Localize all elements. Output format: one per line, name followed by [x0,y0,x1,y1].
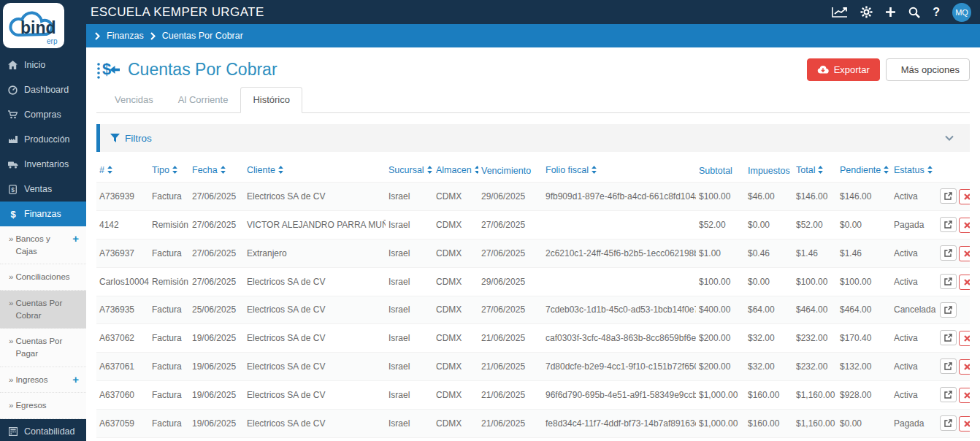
tab-vencidas[interactable]: Vencidas [102,87,166,113]
cancel-document-button[interactable] [959,416,970,432]
sidebar-subitem-bancos-y-cajas[interactable]: »Bancos y Cajas+ [0,226,86,264]
sidebar-item-finanzas[interactable]: $Finanzas [0,202,86,226]
sort-icon[interactable] [927,166,933,176]
svg-text:$: $ [11,185,15,193]
filters-panel-toggle[interactable]: Filtros [96,124,970,152]
cancel-document-button[interactable] [959,331,970,346]
cell-almacen: CDMX [433,324,478,353]
breadcrumb-cuentas-por-cobrar[interactable]: Cuentas Por Cobrar [162,31,243,41]
sidebar-subitem-egresos[interactable]: »Egresos [0,393,86,419]
bind-erp-logo[interactable]: bind erp [3,3,64,48]
open-document-button[interactable] [940,415,957,431]
column-header-total[interactable]: Total [793,159,837,183]
sidebar-item-dashboard[interactable]: Dashboard [0,77,86,102]
expand-plus-icon[interactable]: + [72,233,82,244]
column-header-impuestos: Impuestos [745,159,793,183]
export-button[interactable]: Exportar [807,58,880,81]
double-chevron-icon: » [9,233,13,245]
cell-cliente: Electricos SA de CV [244,410,386,438]
cell-fecha: 27/06/2025 [189,239,244,268]
cell-sucursal: Israel [386,324,433,353]
cell-id: A637059 [96,410,149,438]
sidebar-item-inventarios[interactable]: Inventarios [0,152,86,177]
open-document-button[interactable] [940,245,957,261]
column-header-pendiente[interactable]: Pendiente [837,159,891,183]
open-document-button[interactable] [940,217,957,232]
sidebar-item-compras[interactable]: Compras [0,102,86,127]
cell-tipo: Remisión [149,268,189,296]
user-avatar[interactable]: MQ [952,3,971,22]
sort-icon[interactable] [107,166,112,176]
sort-icon[interactable] [172,166,177,176]
sidebar-item-contabilidad[interactable]: Contabilidad [0,419,86,441]
cell-estatus: Activa [891,183,937,211]
table-row: A637059Factura19/06/2025Electricos SA de… [96,410,970,438]
open-document-button[interactable] [940,358,957,374]
open-document-button[interactable] [940,302,957,318]
column-header-fecha[interactable]: Fecha [189,159,244,183]
sort-icon[interactable] [592,166,597,176]
cell-tipo: Remisión [149,438,189,441]
expand-plus-icon[interactable]: + [72,374,82,385]
sidebar-subitem-label: Ingresos [15,374,47,386]
help-icon[interactable]: ? [933,6,940,19]
tab-al-corriente[interactable]: Al Corriente [166,87,241,113]
cancel-document-button[interactable] [959,189,970,204]
cell-impuestos: $32.00 [745,353,793,381]
sidebar-subitem-cuentas-por-pagar[interactable]: »Cuentas Por Pagar [0,329,86,367]
cell-pendiente: $132.00 [837,353,891,381]
sort-icon[interactable] [221,166,226,176]
column-header-cliente[interactable]: Cliente [244,159,386,183]
cell-sucursal: Israel [386,296,433,324]
tab-historico[interactable]: Histórico [240,87,302,113]
cell-folio-fiscal [543,438,696,441]
breadcrumb-finanzas[interactable]: Finanzas [107,31,144,41]
sidebar-item-ventas[interactable]: $Ventas [0,177,86,202]
table-body: A736939Factura27/06/2025Electricos SA de… [96,183,970,441]
column-header-folio-fiscal[interactable]: Folio fiscal [543,159,696,183]
plus-icon[interactable] [885,7,896,18]
cell-subtotal: $1,000.00 [696,381,745,410]
sort-icon[interactable] [884,166,889,176]
column-header-tipo[interactable]: Tipo [149,159,189,183]
sidebar-subitem-ingresos[interactable]: »Ingresos+ [0,367,86,394]
cell-almacen: CDMX [433,438,478,441]
open-document-button[interactable] [940,330,957,345]
column-header-sucursal[interactable]: Sucursal [386,159,433,183]
sidebar-subitem-conciliaciones[interactable]: »Conciliaciones [0,264,86,291]
column-header-estatus[interactable]: Estatus [891,159,937,183]
search-icon[interactable] [908,7,920,18]
sort-icon[interactable] [475,166,478,176]
sidebar-item-produccion[interactable]: Producción [0,127,86,152]
column-header-id[interactable]: # [96,159,149,183]
cell-fecha: 17/06/2025 [189,438,244,441]
cell-actions [937,410,970,438]
open-document-button[interactable] [940,188,957,204]
cell-cliente: Electricos SA de CV [244,324,386,353]
open-document-button[interactable] [940,274,957,289]
analytics-icon[interactable] [832,7,848,18]
sidebar-item-inicio[interactable]: Inicio [0,53,86,77]
sort-icon[interactable] [427,166,432,176]
chevron-down-icon[interactable] [945,135,960,141]
cell-impuestos: $46.00 [745,183,793,211]
cancel-document-button[interactable] [959,388,970,403]
cancel-document-button[interactable] [959,275,970,290]
more-options-button[interactable]: Más opciones [886,58,970,81]
cancel-document-button[interactable] [959,218,970,233]
column-header-almacen[interactable]: Almacen [433,159,478,183]
cell-impuestos: $32.00 [745,324,793,353]
cancel-document-button[interactable] [959,359,970,375]
cancel-document-button[interactable] [959,246,970,261]
gear-icon[interactable] [860,6,873,18]
calculator-icon [7,427,18,436]
sort-icon[interactable] [278,166,283,176]
cell-almacen: CDMX [433,268,478,296]
column-header-subtotal: Subtotal [696,159,745,183]
cell-almacen: CDMX [433,296,478,324]
open-document-button[interactable] [940,387,957,402]
cell-estatus: Activa [891,353,937,381]
sort-icon[interactable] [818,166,823,176]
cell-folio-fiscal [543,211,696,239]
sidebar-subitem-cuentas-por-cobrar[interactable]: »Cuentas Por Cobrar [0,291,86,329]
